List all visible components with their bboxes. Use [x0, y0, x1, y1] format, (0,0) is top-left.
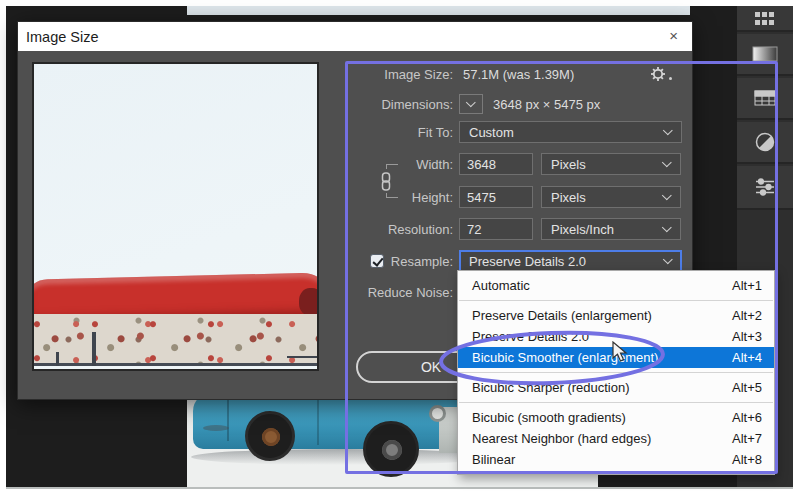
dimensions-label: Dimensions:	[346, 97, 453, 112]
menu-item-label: Bicubic (smooth gradients)	[472, 410, 626, 425]
chevron-down-icon	[662, 157, 672, 167]
car-door-seam	[227, 399, 229, 441]
dimensions-unit-dropdown[interactable]	[459, 94, 483, 114]
preview-pole	[287, 356, 317, 358]
car-body	[193, 399, 465, 449]
menu-separator	[459, 300, 773, 301]
chevron-down-icon	[662, 190, 672, 200]
preview-image[interactable]	[32, 62, 319, 371]
fit-to-value: Custom	[469, 125, 514, 140]
reduce-noise-label: Reduce Noise:	[346, 285, 453, 300]
image-size-label: Image Size:	[346, 67, 453, 82]
menu-item-label: Automatic	[472, 278, 530, 293]
menu-item-shortcut: Alt+8	[732, 452, 762, 467]
resample-dropdown-menu: AutomaticAlt+1Preserve Details (enlargem…	[457, 270, 775, 475]
resample-label: Resample:	[391, 254, 453, 269]
menu-item-label: Bicubic Smoother (enlargement)	[472, 350, 658, 365]
dialog-titlebar: Image Size ×	[18, 22, 692, 51]
menu-item-shortcut: Alt+6	[732, 410, 762, 425]
menu-item-7[interactable]: BilinearAlt+8	[458, 449, 774, 470]
menu-item-2[interactable]: Preserve Details 2.0Alt+3	[458, 326, 774, 347]
menu-separator	[459, 402, 773, 403]
menu-item-5[interactable]: Bicubic (smooth gradients)Alt+6	[458, 407, 774, 428]
wheel-hub	[382, 440, 402, 460]
gear-icon[interactable]	[650, 66, 666, 85]
car-rear-wheel	[245, 411, 295, 461]
width-input[interactable]	[459, 153, 533, 175]
sliders-icon[interactable]	[737, 166, 793, 210]
resample-row: Resample: Preserve Details 2.0	[346, 250, 682, 272]
resolution-input[interactable]	[459, 218, 533, 240]
gradient-icon[interactable]	[737, 34, 793, 76]
menu-item-shortcut: Alt+7	[732, 431, 762, 446]
height-input[interactable]	[459, 186, 533, 208]
dimensions-row: Dimensions: 3648 px × 5475 px	[346, 93, 682, 115]
menu-item-shortcut: Alt+3	[732, 329, 762, 344]
resolution-label: Resolution:	[346, 222, 453, 237]
resample-value: Preserve Details 2.0	[469, 254, 586, 269]
car-headlight	[429, 405, 446, 422]
chevron-down-icon	[662, 222, 672, 232]
preview-pole	[56, 352, 59, 366]
height-unit-select[interactable]: Pixels	[541, 186, 681, 208]
menu-item-label: Preserve Details 2.0	[472, 329, 589, 344]
preview-pole	[92, 332, 96, 366]
grid-icon[interactable]	[737, 78, 793, 120]
resample-select[interactable]: Preserve Details 2.0	[459, 250, 682, 272]
car-door-seam	[317, 399, 319, 445]
menu-item-0[interactable]: AutomaticAlt+1	[458, 275, 774, 296]
canvas-bottom-edge	[6, 487, 793, 489]
menu-item-shortcut: Alt+4	[732, 350, 762, 365]
width-unit-select[interactable]: Pixels	[541, 153, 681, 175]
menu-item-label: Bicubic Sharper (reduction)	[472, 380, 630, 395]
fit-to-label: Fit To:	[346, 125, 453, 140]
contrast-icon[interactable]	[737, 122, 793, 164]
fit-to-row: Fit To: Custom	[346, 121, 682, 143]
menu-item-shortcut: Alt+1	[732, 278, 762, 293]
preview-base-line	[34, 363, 319, 366]
screenshot-root: Image Size × Image Size: 57.1M (was 1.39…	[0, 0, 800, 496]
menu-item-label: Preserve Details (enlargement)	[472, 308, 652, 323]
image-size-value: 57.1M (was 1.39M)	[463, 67, 574, 82]
resolution-unit-select[interactable]: Pixels/Inch	[541, 218, 681, 240]
dialog-title: Image Size	[26, 29, 99, 45]
wheel-hub	[262, 428, 280, 446]
image-size-row: Image Size: 57.1M (was 1.39M)	[346, 63, 682, 85]
resolution-row: Resolution: Pixels/Inch	[346, 218, 682, 240]
menu-item-3[interactable]: Bicubic Smoother (enlargement)Alt+4	[458, 347, 774, 368]
fit-to-select[interactable]: Custom	[459, 121, 682, 143]
menu-item-label: Nearest Neighbor (hard edges)	[472, 431, 651, 446]
resample-checkbox[interactable]	[370, 254, 384, 268]
menu-item-shortcut: Alt+2	[732, 308, 762, 323]
width-unit-value: Pixels	[551, 157, 586, 172]
link-dimensions-icon[interactable]	[378, 169, 394, 193]
menu-item-shortcut: Alt+5	[732, 380, 762, 395]
menu-item-4[interactable]: Bicubic Sharper (reduction)Alt+5	[458, 377, 774, 398]
resolution-unit-value: Pixels/Inch	[551, 222, 614, 237]
chevron-down-icon	[465, 97, 475, 107]
preview-speckled-band	[32, 314, 319, 366]
menu-item-6[interactable]: Nearest Neighbor (hard edges)Alt+7	[458, 428, 774, 449]
height-unit-value: Pixels	[551, 190, 586, 205]
pattern-icon[interactable]	[737, 6, 793, 32]
menu-item-label: Bilinear	[472, 452, 515, 467]
snow-track-mark	[203, 425, 229, 431]
close-button[interactable]: ×	[669, 27, 678, 45]
preview-object-tip	[299, 288, 319, 316]
chevron-down-icon	[663, 125, 673, 135]
chevron-down-icon	[663, 254, 673, 264]
width-label: Width:	[346, 157, 453, 172]
background-page-top-strip	[187, 6, 690, 15]
car-front-wheel	[363, 421, 419, 477]
dimensions-value: 3648 px × 5475 px	[493, 97, 600, 112]
gear-flyout-dot	[669, 77, 672, 80]
height-label: Height:	[346, 190, 453, 205]
menu-separator	[459, 372, 773, 373]
menu-item-1[interactable]: Preserve Details (enlargement)Alt+2	[458, 305, 774, 326]
